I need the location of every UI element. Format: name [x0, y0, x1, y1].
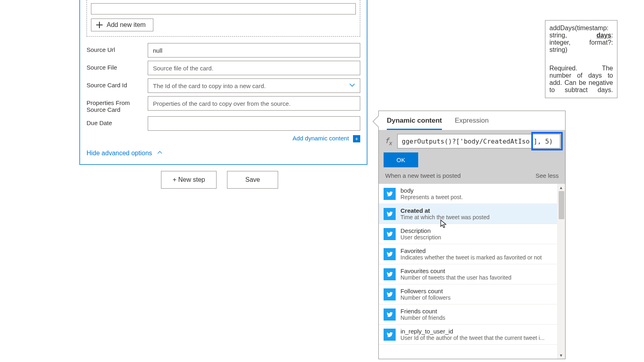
source-url-row: Source Url — [87, 41, 360, 59]
dc-item-desc: Represents a tweet post. — [400, 194, 463, 200]
dc-item[interactable]: Followers countNumber of followers — [379, 284, 557, 304]
scroll-down-icon[interactable]: ▼ — [557, 352, 565, 359]
mouse-cursor-icon — [440, 219, 448, 229]
dc-section-title: When a new tweet is posted — [385, 172, 461, 179]
properties-source-input[interactable] — [148, 96, 360, 111]
dc-item[interactable]: Friends countNumber of friends — [379, 304, 557, 325]
twitter-icon — [384, 228, 396, 240]
action-card-panel: Add new item Source Url Source File Sour… — [79, 0, 367, 165]
flow-footer-actions: + New step Save — [161, 171, 278, 189]
source-file-row: Source File — [87, 59, 360, 77]
due-date-row: Due Date — [87, 115, 360, 132]
tooltip-sig-line2a: string, — [549, 32, 567, 39]
dc-scroll-content: bodyRepresents a tweet post.Created atTi… — [379, 184, 557, 359]
twitter-icon — [384, 288, 396, 300]
tab-expression[interactable]: Expression — [455, 117, 489, 130]
due-date-label: Due Date — [87, 116, 148, 126]
twitter-icon — [384, 188, 396, 200]
dc-item-desc: User Id of the author of the tweet that … — [400, 335, 545, 341]
expression-input[interactable] — [397, 134, 560, 148]
source-card-id-select[interactable] — [148, 78, 360, 93]
dc-item[interactable]: bodyRepresents a tweet post. — [379, 184, 557, 204]
add-dynamic-content-row: Add dynamic content — [87, 132, 360, 144]
dc-item[interactable]: in_reply_to_user_idUser Id of the author… — [379, 325, 557, 345]
twitter-icon — [384, 309, 396, 321]
add-dynamic-icon — [353, 135, 360, 142]
hide-advanced-label: Hide advanced options — [87, 150, 152, 157]
source-card-id-label: Source Card Id — [87, 78, 148, 88]
dc-item[interactable]: Created atTime at which the tweet was po… — [379, 204, 557, 224]
dc-list: bodyRepresents a tweet post.Created atTi… — [379, 184, 565, 359]
add-new-item-button[interactable]: Add new item — [91, 19, 153, 31]
see-less-link[interactable]: See less — [535, 172, 559, 179]
dc-item[interactable]: Favourites countNumber of tweets that th… — [379, 264, 557, 284]
scrollbar[interactable]: ▲ ▼ — [557, 184, 565, 359]
scroll-up-icon[interactable]: ▲ — [557, 184, 565, 191]
dc-item-title: body — [400, 187, 463, 194]
hide-advanced-toggle[interactable]: Hide advanced options — [87, 144, 360, 157]
dynamic-content-panel: Dynamic content Expression fx OK When a … — [378, 111, 566, 359]
tooltip-sig-line4: string) — [549, 46, 613, 53]
source-file-label: Source File — [87, 61, 148, 71]
repeating-item-container: Add new item — [87, 0, 360, 37]
item-input[interactable] — [91, 3, 356, 14]
scroll-thumb[interactable] — [559, 191, 564, 219]
tooltip-desc: Required. The number of days to add. Can… — [549, 65, 613, 94]
new-step-button[interactable]: + New step — [161, 171, 217, 189]
properties-source-label: Properties From Source Card — [87, 96, 148, 113]
dc-item-title: in_reply_to_user_id — [400, 328, 545, 335]
plus-icon — [96, 22, 103, 28]
dc-item-desc: Indicates whether the tweet is marked as… — [400, 254, 542, 261]
tab-dynamic-content[interactable]: Dynamic content — [387, 117, 442, 130]
properties-source-row: Properties From Source Card — [87, 95, 360, 115]
dc-item-title: Created at — [400, 207, 489, 214]
dc-item-title: Favourites count — [400, 267, 511, 274]
dc-section-header: When a new tweet is posted See less — [379, 172, 565, 184]
source-url-label: Source Url — [87, 43, 148, 53]
add-new-item-label: Add new item — [107, 21, 146, 29]
add-dynamic-content-link[interactable]: Add dynamic content — [293, 135, 360, 142]
source-file-input[interactable] — [148, 61, 360, 75]
source-url-input[interactable] — [148, 43, 360, 58]
expression-editor-row: fx — [379, 130, 565, 152]
dc-item-title: Followers count — [400, 288, 451, 294]
dc-item-title: Friends count — [400, 308, 445, 315]
dc-item-title: Description — [400, 227, 441, 234]
dc-item-desc: Number of followers — [400, 294, 451, 301]
source-card-id-row: Source Card Id — [87, 77, 360, 95]
dc-item-desc: User description — [400, 234, 441, 241]
dc-item[interactable]: FavoritedIndicates whether the tweet is … — [379, 244, 557, 264]
tooltip-sig-line3: integer, format?: — [549, 39, 613, 46]
ok-button[interactable]: OK — [384, 152, 418, 167]
twitter-icon — [384, 268, 396, 280]
twitter-icon — [384, 208, 396, 220]
tooltip-sig-line2c: : — [611, 32, 613, 39]
dc-item-desc: Number of tweets that the user has favor… — [400, 274, 511, 281]
function-signature-tooltip: addDays(timestamp: string, days: integer… — [545, 20, 617, 98]
dc-tabs: Dynamic content Expression — [379, 111, 565, 130]
add-dynamic-content-label: Add dynamic content — [293, 135, 349, 142]
dc-item[interactable]: DescriptionUser description — [379, 224, 557, 244]
twitter-icon — [384, 329, 396, 341]
fx-icon: fx — [384, 136, 393, 146]
chevron-up-icon — [157, 150, 163, 157]
save-button[interactable]: Save — [227, 171, 278, 189]
dc-item-title: Favorited — [400, 247, 542, 254]
tooltip-sig-line1: addDays(timestamp: — [549, 25, 613, 32]
twitter-icon — [384, 248, 396, 260]
tooltip-sig-line2b: days — [597, 32, 611, 39]
dc-item-desc: Number of friends — [400, 315, 445, 321]
ok-row: OK — [379, 152, 565, 172]
due-date-input[interactable] — [148, 116, 360, 131]
